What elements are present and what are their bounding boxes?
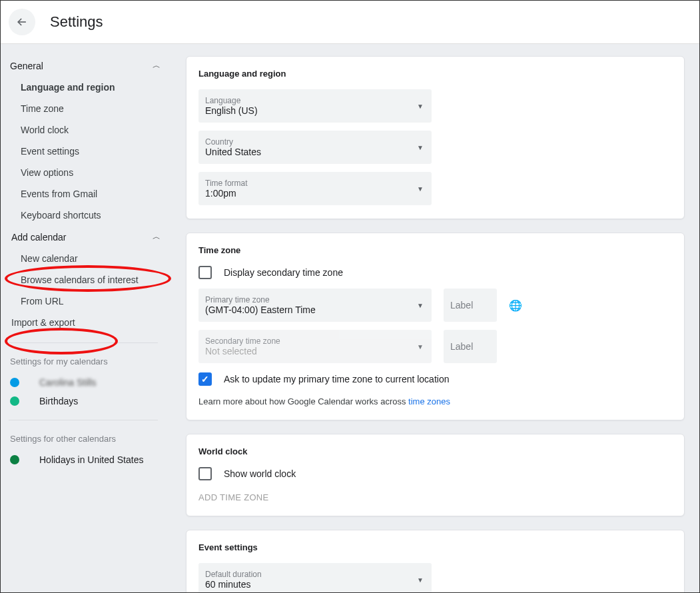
chevron-down-icon: ▼ — [417, 576, 424, 584]
time-format-dropdown[interactable]: Time format 1:00pm ▼ — [198, 172, 432, 205]
calendar-dot-icon — [10, 396, 19, 406]
general-label: General — [10, 61, 43, 71]
dropdown-label: Primary time zone — [205, 295, 425, 304]
sidebar-item-browse-calendars[interactable]: Browse calendars of interest — [9, 269, 171, 291]
default-duration-dropdown[interactable]: Default duration 60 minutes ▼ — [198, 563, 432, 592]
sidebar-section-general[interactable]: General ︿ — [9, 55, 171, 77]
dropdown-value: Not selected — [205, 346, 425, 356]
arrow-left-icon — [15, 15, 29, 29]
dropdown-label: Default duration — [205, 570, 425, 579]
settings-main: Language and region Language English (US… — [171, 44, 699, 592]
calendar-row[interactable]: Birthdays — [9, 392, 171, 410]
my-calendars-heading: Settings for my calendars — [9, 352, 171, 373]
sidebar-item-time-zone[interactable]: Time zone — [9, 98, 171, 119]
dropdown-value: United States — [205, 147, 425, 157]
add-time-zone-button[interactable]: ADD TIME ZONE — [198, 492, 672, 502]
divider — [9, 420, 158, 420]
sidebar-item-keyboard-shortcuts[interactable]: Keyboard shortcuts — [9, 205, 171, 226]
calendar-name: Holidays in United States — [39, 454, 143, 465]
chevron-down-icon: ▼ — [417, 185, 424, 193]
sidebar-section-add-calendar[interactable]: Add calendar ︿ — [9, 226, 171, 248]
dropdown-value: (GMT-04:00) Eastern Time — [205, 304, 425, 315]
back-button[interactable] — [9, 9, 35, 35]
sidebar-item-new-calendar[interactable]: New calendar — [9, 248, 171, 269]
app-header: Settings — [1, 1, 699, 44]
calendar-name: Birthdays — [39, 396, 78, 406]
checkbox-label: Display secondary time zone — [224, 267, 343, 278]
dropdown-value: 1:00pm — [205, 188, 425, 199]
show-world-clock-checkbox[interactable] — [198, 467, 212, 480]
dropdown-label: Time format — [205, 179, 425, 188]
add-calendar-label: Add calendar — [11, 232, 67, 243]
primary-timezone-dropdown[interactable]: Primary time zone (GMT-04:00) Eastern Ti… — [198, 289, 432, 322]
calendar-dot-icon — [10, 455, 19, 464]
dropdown-label: Language — [205, 96, 425, 105]
card-time-zone: Time zone Display secondary time zone Pr… — [186, 233, 685, 420]
card-heading: Language and region — [198, 69, 672, 79]
sidebar-item-import-export[interactable]: Import & export — [9, 312, 171, 333]
sidebar-item-from-url[interactable]: From URL — [9, 291, 171, 312]
page-title: Settings — [50, 13, 103, 31]
card-heading: World clock — [198, 446, 672, 456]
country-dropdown[interactable]: Country United States ▼ — [198, 131, 432, 164]
sidebar-item-language-region[interactable]: Language and region — [9, 77, 171, 98]
calendar-dot-icon — [10, 378, 19, 387]
language-dropdown[interactable]: Language English (US) ▼ — [198, 89, 432, 123]
chevron-down-icon: ▼ — [417, 343, 424, 350]
dropdown-label: Secondary time zone — [205, 336, 425, 346]
sidebar-item-world-clock[interactable]: World clock — [9, 119, 171, 141]
chevron-up-icon: ︿ — [153, 60, 161, 71]
time-zones-link[interactable]: time zones — [408, 396, 450, 406]
card-event-settings: Event settings Default duration 60 minut… — [186, 530, 685, 592]
sidebar-item-view-options[interactable]: View options — [9, 162, 171, 183]
chevron-down-icon: ▼ — [417, 144, 424, 151]
secondary-timezone-dropdown[interactable]: Secondary time zone Not selected ▼ — [198, 330, 432, 363]
secondary-label-input[interactable]: Label — [444, 330, 497, 363]
card-language-region: Language and region Language English (US… — [186, 56, 685, 219]
calendar-row[interactable]: Holidays in United States — [9, 450, 171, 469]
dropdown-value: 60 minutes — [205, 579, 425, 590]
card-world-clock: World clock Show world clock ADD TIME ZO… — [186, 434, 685, 516]
sidebar-item-events-gmail[interactable]: Events from Gmail — [9, 183, 171, 205]
other-calendars-heading: Settings for other calendars — [9, 430, 171, 450]
display-secondary-checkbox[interactable] — [198, 266, 212, 279]
divider — [9, 342, 158, 343]
chevron-down-icon: ▼ — [417, 103, 424, 110]
dropdown-value: English (US) — [205, 105, 425, 116]
globe-icon: 🌐 — [509, 299, 522, 312]
chevron-down-icon: ▼ — [417, 302, 424, 309]
calendar-row[interactable]: Carolina Stills — [9, 373, 171, 392]
calendar-name: Carolina Stills — [39, 377, 97, 388]
checkbox-label: Show world clock — [224, 468, 296, 479]
settings-sidebar: General ︿ Language and region Time zone … — [1, 44, 171, 592]
checkbox-label: Ask to update my primary time zone to cu… — [224, 374, 449, 384]
ask-update-checkbox[interactable] — [198, 372, 212, 386]
card-heading: Time zone — [198, 245, 672, 255]
dropdown-label: Country — [205, 137, 425, 147]
primary-label-input[interactable]: Label — [444, 289, 497, 322]
card-heading: Event settings — [198, 542, 672, 552]
chevron-up-icon: ︿ — [153, 231, 161, 243]
learn-more-text: Learn more about how Google Calendar wor… — [198, 396, 672, 406]
sidebar-item-event-settings[interactable]: Event settings — [9, 141, 171, 162]
